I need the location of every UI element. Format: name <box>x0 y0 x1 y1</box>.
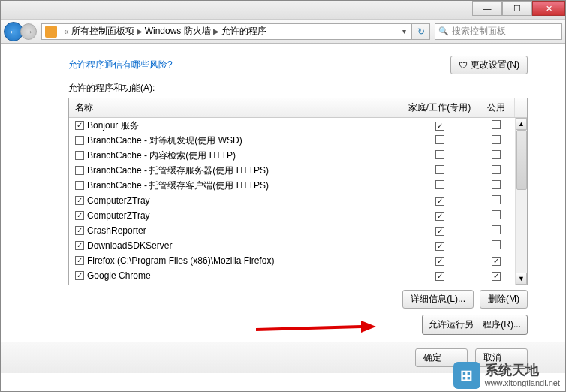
table-row[interactable]: CrashReporter <box>69 223 515 238</box>
row-homework-checkbox[interactable] <box>435 242 444 251</box>
row-public-checkbox[interactable] <box>492 240 501 249</box>
breadcrumb[interactable]: « 所有控制面板项 ▶ Windows 防火墙 ▶ 允许的程序 ▾ <box>41 23 412 40</box>
row-enable-checkbox[interactable] <box>75 151 84 160</box>
search-input[interactable]: 🔍 搜索控制面板 <box>435 23 562 40</box>
grid-body: Bonjour 服务BranchCache - 对等机发现(使用 WSD)Bra… <box>69 118 527 285</box>
maximize-button[interactable]: ☐ <box>502 1 532 16</box>
col-header-name[interactable]: 名称 <box>69 98 402 117</box>
row-public-checkbox[interactable] <box>492 180 501 189</box>
row-public-checkbox[interactable] <box>492 225 501 234</box>
row-enable-checkbox[interactable] <box>75 271 84 280</box>
table-row[interactable]: ComputerZTray <box>69 208 515 223</box>
allow-another-program-button[interactable]: 允许运行另一程序(R)... <box>422 315 528 335</box>
vertical-scrollbar[interactable]: ▲ ▼ <box>515 118 527 285</box>
change-settings-button[interactable]: 🛡 更改设置(N) <box>450 56 528 74</box>
row-homework-checkbox[interactable] <box>435 257 444 266</box>
details-button[interactable]: 详细信息(L)... <box>402 290 474 309</box>
table-row[interactable]: ComputerZTray <box>69 193 515 208</box>
row-public-checkbox[interactable] <box>492 195 501 204</box>
table-row[interactable]: BranchCache - 托管缓存客户端(使用 HTTPS) <box>69 178 515 193</box>
refresh-button[interactable]: ↻ <box>412 23 430 40</box>
row-public-checkbox[interactable] <box>492 150 501 159</box>
explorer-navbar: ← → « 所有控制面板项 ▶ Windows 防火墙 ▶ 允许的程序 ▾ ↻ … <box>1 20 565 44</box>
table-row[interactable]: Google Chrome <box>69 268 515 283</box>
row-homework-checkbox[interactable] <box>435 180 444 189</box>
row-enable-checkbox[interactable] <box>75 166 84 175</box>
row-name-label: DownloadSDKServer <box>87 240 172 251</box>
remove-button[interactable]: 删除(M) <box>480 290 528 309</box>
row-enable-checkbox[interactable] <box>75 241 84 250</box>
watermark-url: www.xitongtiandi.net <box>485 378 560 387</box>
watermark: ⊞ 系统天地 www.xitongtiandi.net <box>453 362 560 389</box>
row-homework-checkbox[interactable] <box>435 212 444 221</box>
row-homework-checkbox[interactable] <box>435 272 444 281</box>
table-row[interactable]: BranchCache - 内容检索(使用 HTTP) <box>69 148 515 163</box>
search-icon: 🔍 <box>438 26 449 36</box>
breadcrumb-dropdown-icon[interactable]: ▾ <box>402 27 406 35</box>
row-homework-checkbox[interactable] <box>435 150 444 159</box>
window-titlebar: — ☐ ✕ <box>1 1 565 20</box>
annotation-arrow-icon <box>256 319 376 340</box>
shield-icon: 🛡 <box>459 60 468 71</box>
scroll-down-button[interactable]: ▼ <box>516 273 527 285</box>
breadcrumb-item-1[interactable]: 所有控制面板项 <box>71 25 134 38</box>
row-public-checkbox[interactable] <box>492 135 501 144</box>
control-panel-icon <box>45 26 57 38</box>
col-header-public[interactable]: 公用 <box>477 98 515 117</box>
breadcrumb-item-2[interactable]: Windows 防火墙 <box>145 25 211 38</box>
scroll-thumb[interactable] <box>516 130 527 190</box>
row-public-checkbox[interactable] <box>492 210 501 219</box>
svg-line-0 <box>256 327 361 330</box>
row-name-label: BranchCache - 托管缓存服务器(使用 HTTPS) <box>87 164 269 177</box>
row-enable-checkbox[interactable] <box>75 136 84 145</box>
row-public-checkbox[interactable] <box>492 120 501 129</box>
row-enable-checkbox[interactable] <box>75 211 84 220</box>
nav-forward-button[interactable]: → <box>20 23 37 40</box>
chevron-right-icon[interactable]: ▶ <box>213 27 219 35</box>
row-enable-checkbox[interactable] <box>75 256 84 265</box>
row-homework-checkbox[interactable] <box>435 165 444 174</box>
risk-link[interactable]: 允许程序通信有哪些风险? <box>68 59 173 71</box>
row-name-label: Bonjour 服务 <box>87 119 139 132</box>
row-homework-checkbox[interactable] <box>435 135 444 144</box>
watermark-title: 系统天地 <box>485 363 560 378</box>
breadcrumb-root-sep: « <box>64 26 69 37</box>
row-homework-checkbox[interactable] <box>435 197 444 206</box>
row-public-checkbox[interactable] <box>492 257 501 266</box>
chevron-right-icon[interactable]: ▶ <box>137 27 143 35</box>
content-area: 允许程序通信有哪些风险? 🛡 更改设置(N) 允许的程序和功能(A): 名称 家… <box>1 44 565 373</box>
row-name-label: Firefox (C:\Program Files (x86)\Mozilla … <box>87 255 274 266</box>
col-header-home-work[interactable]: 家庭/工作(专用) <box>402 98 477 117</box>
svg-marker-1 <box>361 321 376 333</box>
watermark-logo-icon: ⊞ <box>453 362 480 389</box>
row-name-label: BranchCache - 内容检索(使用 HTTP) <box>87 149 236 162</box>
table-row[interactable]: BranchCache - 对等机发现(使用 WSD) <box>69 133 515 148</box>
change-settings-label: 更改设置(N) <box>471 59 519 71</box>
close-button[interactable]: ✕ <box>532 1 565 16</box>
search-placeholder: 搜索控制面板 <box>452 25 506 38</box>
row-name-label: CrashReporter <box>87 225 146 236</box>
minimize-button[interactable]: — <box>472 1 502 16</box>
row-public-checkbox[interactable] <box>492 165 501 174</box>
row-name-label: ComputerZTray <box>87 210 150 221</box>
row-enable-checkbox[interactable] <box>75 196 84 205</box>
row-enable-checkbox[interactable] <box>75 121 84 130</box>
table-row[interactable]: BranchCache - 托管缓存服务器(使用 HTTPS) <box>69 163 515 178</box>
table-row[interactable]: Bonjour 服务 <box>69 118 515 133</box>
table-row[interactable]: DownloadSDKServer <box>69 238 515 253</box>
scroll-up-button[interactable]: ▲ <box>516 118 527 130</box>
table-row[interactable]: Firefox (C:\Program Files (x86)\Mozilla … <box>69 253 515 268</box>
row-name-label: BranchCache - 对等机发现(使用 WSD) <box>87 134 242 147</box>
allowed-programs-label: 允许的程序和功能(A): <box>1 79 565 98</box>
row-homework-checkbox[interactable] <box>435 227 444 236</box>
grid-header: 名称 家庭/工作(专用) 公用 <box>69 98 527 118</box>
nav-buttons: ← → <box>4 22 37 41</box>
breadcrumb-item-3[interactable]: 允许的程序 <box>221 25 266 38</box>
row-name-label: BranchCache - 托管缓存客户端(使用 HTTPS) <box>87 179 269 192</box>
row-enable-checkbox[interactable] <box>75 226 84 235</box>
row-name-label: ComputerZTray <box>87 195 150 206</box>
row-name-label: Google Chrome <box>87 270 151 281</box>
row-homework-checkbox[interactable] <box>435 122 444 131</box>
row-public-checkbox[interactable] <box>492 272 501 281</box>
row-enable-checkbox[interactable] <box>75 181 84 190</box>
